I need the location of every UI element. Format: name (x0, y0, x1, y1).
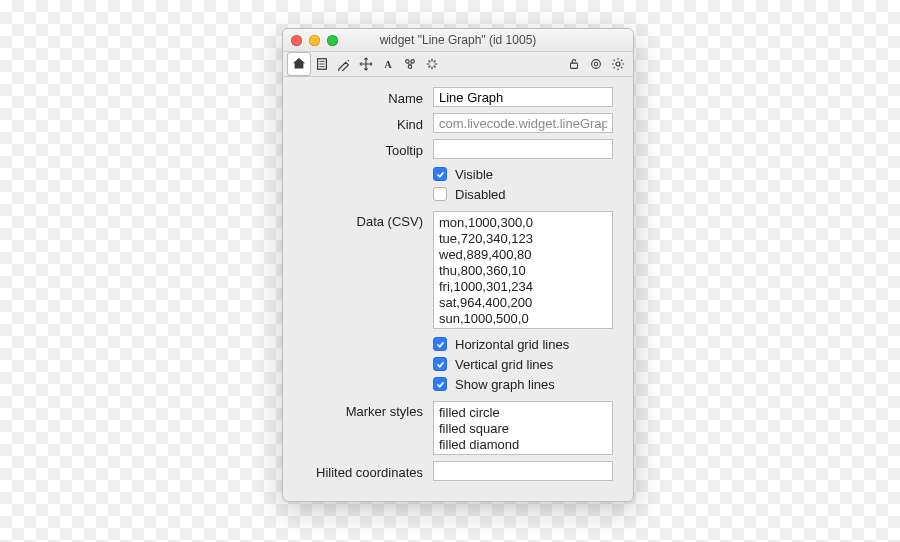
data-field[interactable]: mon,1000,300,0 tue,720,340,123 wed,889,4… (433, 211, 613, 329)
scrollbar[interactable] (600, 403, 611, 453)
svg-point-7 (406, 60, 410, 64)
disabled-label: Disabled (455, 187, 506, 202)
label-name: Name (297, 88, 433, 106)
toolbar: A (283, 52, 633, 77)
inspector-body: Name Kind Tooltip Visible Disabled (283, 77, 633, 501)
hgrid-label: Horizontal grid lines (455, 337, 569, 352)
tooltip-field[interactable] (433, 139, 613, 159)
svg-point-8 (411, 60, 415, 64)
visible-label: Visible (455, 167, 493, 182)
tab-basic[interactable] (287, 52, 311, 76)
svg-point-9 (408, 65, 412, 69)
showlines-checkbox[interactable] (433, 377, 447, 391)
lock-icon[interactable] (563, 53, 585, 75)
label-data: Data (CSV) (297, 211, 433, 229)
name-field[interactable] (433, 87, 613, 107)
svg-point-14 (594, 62, 598, 66)
vgrid-checkbox[interactable] (433, 357, 447, 371)
svg-point-13 (592, 60, 601, 69)
close-icon[interactable] (291, 35, 302, 46)
vgrid-label: Vertical grid lines (455, 357, 553, 372)
hilited-field[interactable] (433, 461, 613, 481)
tab-text[interactable]: A (377, 53, 399, 75)
tab-advanced[interactable] (399, 53, 421, 75)
zoom-icon[interactable] (327, 35, 338, 46)
titlebar: widget "Line Graph" (id 1005) (283, 29, 633, 52)
svg-point-15 (616, 62, 620, 66)
visible-checkbox[interactable] (433, 167, 447, 181)
hgrid-checkbox[interactable] (433, 337, 447, 351)
label-kind: Kind (297, 114, 433, 132)
tab-geometry[interactable] (421, 53, 443, 75)
marker-styles-field[interactable]: filled circle filled square filled diamo… (433, 401, 613, 455)
showlines-label: Show graph lines (455, 377, 555, 392)
tab-colors[interactable] (333, 53, 355, 75)
svg-text:A: A (384, 59, 392, 70)
scrollbar[interactable] (600, 213, 611, 327)
kind-field (433, 113, 613, 133)
tab-contents[interactable] (311, 53, 333, 75)
gear-icon[interactable] (607, 53, 629, 75)
target-icon[interactable] (585, 53, 607, 75)
minimize-icon[interactable] (309, 35, 320, 46)
tab-position[interactable] (355, 53, 377, 75)
label-marker-styles: Marker styles (297, 401, 433, 419)
svg-rect-12 (571, 63, 578, 68)
inspector-window: widget "Line Graph" (id 1005) A (282, 28, 634, 502)
disabled-checkbox[interactable] (433, 187, 447, 201)
label-tooltip: Tooltip (297, 140, 433, 158)
label-hilited: Hilited coordinates (297, 462, 433, 480)
